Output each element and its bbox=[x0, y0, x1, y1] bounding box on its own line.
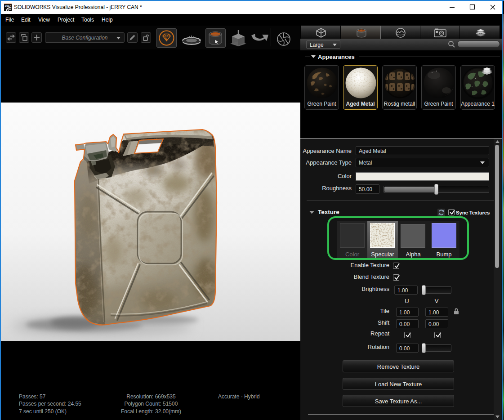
svg-text:2017: 2017 bbox=[5, 4, 11, 7]
